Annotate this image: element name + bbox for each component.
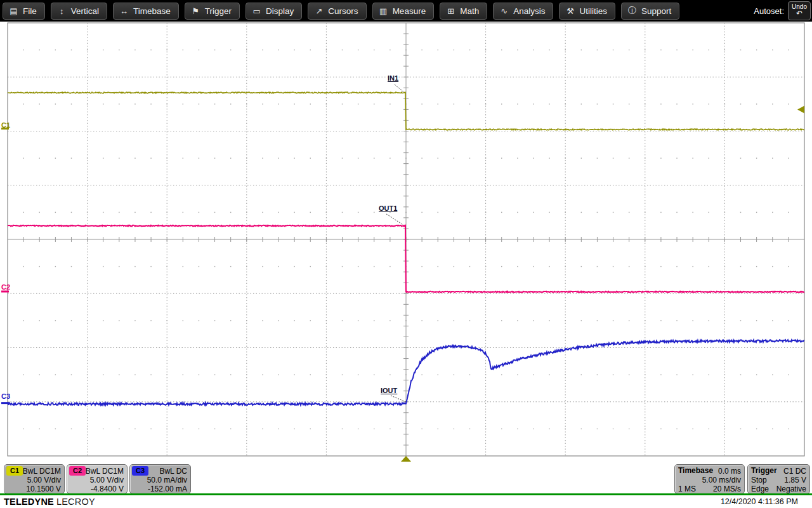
trigger-icon: ⚑	[191, 6, 200, 16]
trigger-mode: Stop	[751, 476, 767, 485]
c1-badge: C1	[6, 466, 23, 476]
c2-badge: C2	[69, 466, 86, 476]
c1-offset: 10.1500 V	[26, 485, 61, 493]
timebase-scale: 5.00 ms/div	[702, 476, 741, 485]
menu-measure-label: Measure	[393, 6, 426, 16]
menu-utilities-label: Utilities	[579, 6, 607, 16]
menu-file-label: File	[23, 6, 37, 16]
menu-math-label: Math	[460, 6, 479, 16]
menu-cursors-label: Cursors	[328, 6, 358, 16]
menu-display-label: Display	[266, 6, 294, 16]
c2-coupling: BwL DC1M	[86, 467, 124, 476]
timebase-delay: 0.0 ms	[718, 467, 741, 476]
menu-analysis-label: Analysis	[513, 6, 545, 16]
trace-label-out1: OUT1	[379, 204, 397, 212]
analysis-icon: ∿	[499, 6, 509, 16]
trace-label-in1: IN1	[388, 74, 398, 82]
channel-c3-descriptor-box[interactable]: C3 BwL DC 50.0 mA/div -152.00 mA	[129, 464, 191, 494]
menu-vertical-label: Vertical	[71, 6, 99, 16]
trigger-type: Edge	[751, 485, 769, 493]
menu-support[interactable]: ⓘSupport	[621, 3, 679, 20]
c3-scale: 50.0 mA/div	[147, 476, 187, 485]
channel-c2-marker[interactable]: C2	[1, 284, 10, 291]
timebase-samplerate: 20 MS/s	[713, 485, 741, 493]
topbar-right: Autoset: Undo↶	[754, 0, 811, 22]
vertical-icon: ↕	[57, 6, 67, 16]
footer-bar: TELEDYNELECROY 12/4/2020 4:11:36 PM	[0, 495, 812, 508]
menu-cursors[interactable]: ↗Cursors	[308, 3, 366, 20]
oscilloscope-screen: ▤File ↕Vertical ↔Timebase ⚑Trigger ▭Disp…	[0, 0, 812, 508]
timebase-memory: 1 MS	[678, 485, 696, 493]
brand-teledyne: TELEDYNE	[4, 497, 54, 507]
channel-c3-marker[interactable]: C3	[1, 393, 10, 400]
menu-math[interactable]: ⊞Math	[440, 3, 487, 20]
file-icon: ▤	[9, 6, 18, 16]
timebase-title: Timebase	[678, 466, 713, 475]
c3-badge: C3	[132, 466, 148, 476]
trigger-title: Trigger	[751, 466, 777, 475]
trigger-descriptor-box[interactable]: Trigger C1 DC Stop 1.85 V Edge Negative	[747, 464, 810, 494]
utilities-icon: ⚒	[565, 6, 575, 16]
timebase-descriptor-box[interactable]: Timebase 0.0 ms 5.00 ms/div 1 MS 20 MS/s	[674, 464, 745, 494]
c1-coupling: BwL DC1M	[23, 467, 61, 476]
c2-offset: -4.8400 V	[91, 485, 124, 493]
measure-icon: ▥	[379, 6, 388, 16]
display-icon: ▭	[252, 6, 261, 16]
trigger-source: C1 DC	[783, 467, 806, 476]
trigger-slope: Negative	[776, 485, 806, 493]
menu-support-label: Support	[641, 6, 671, 16]
c1-scale: 5.00 V/div	[27, 476, 61, 485]
menu-vertical[interactable]: ↕Vertical	[51, 3, 107, 20]
brand-lecroy: LECROY	[56, 497, 95, 507]
menu-timebase[interactable]: ↔Timebase	[113, 3, 179, 20]
math-icon: ⊞	[446, 6, 455, 16]
datetime-display: 12/4/2020 4:11:36 PM	[721, 497, 798, 506]
support-icon: ⓘ	[627, 5, 637, 17]
channel-c1-descriptor-box[interactable]: C1 BwL DC1M 5.00 V/div 10.1500 V	[4, 464, 65, 494]
timebase-icon: ↔	[119, 6, 129, 16]
menu-file[interactable]: ▤File	[3, 3, 45, 20]
cursors-icon: ↗	[314, 6, 324, 16]
c2-scale: 5.00 V/div	[90, 476, 124, 485]
teledyne-lecroy-logo: TELEDYNELECROY	[4, 497, 95, 507]
menu-analysis[interactable]: ∿Analysis	[493, 3, 553, 20]
trace-label-iout: IOUT	[381, 387, 397, 394]
menu-utilities[interactable]: ⚒Utilities	[559, 3, 615, 20]
channel-c2-descriptor-box[interactable]: C2 BwL DC1M 5.00 V/div -4.8400 V	[67, 464, 128, 494]
autoset-label: Autoset:	[754, 6, 784, 16]
menu-measure[interactable]: ▥Measure	[372, 3, 435, 20]
menu-trigger[interactable]: ⚑Trigger	[185, 3, 240, 20]
c3-coupling: BwL DC	[159, 467, 187, 476]
menu-display[interactable]: ▭Display	[246, 3, 302, 20]
c3-offset: -152.00 mA	[148, 485, 187, 493]
menu-timebase-label: Timebase	[133, 6, 171, 16]
trigger-level: 1.85 V	[784, 476, 806, 485]
undo-autoset-button[interactable]: Undo↶	[788, 1, 811, 20]
menu-bar: ▤File ↕Vertical ↔Timebase ⚑Trigger ▭Disp…	[0, 0, 812, 22]
undo-icon: ↶	[796, 9, 802, 18]
menu-trigger-label: Trigger	[205, 6, 232, 16]
waveform-display	[0, 0, 812, 508]
channel-c1-marker[interactable]: C1	[1, 122, 10, 129]
